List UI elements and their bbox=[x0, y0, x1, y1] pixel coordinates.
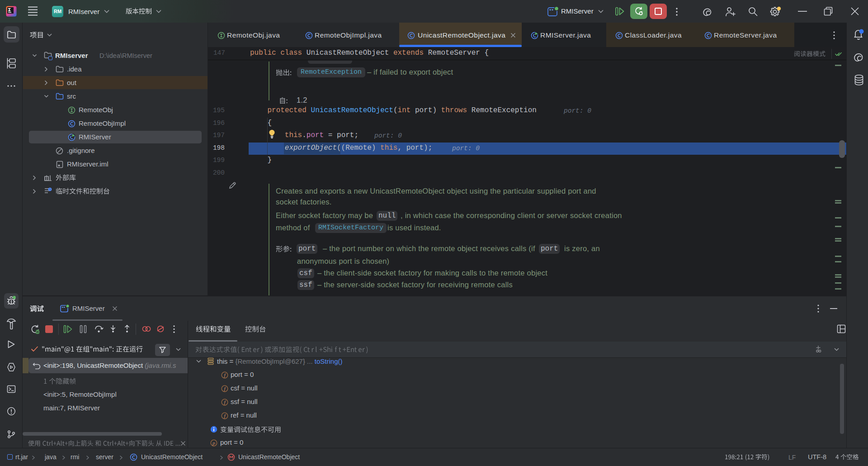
svg-text:f: f bbox=[224, 372, 226, 377]
svg-text:f: f bbox=[224, 413, 226, 418]
svg-text:p: p bbox=[212, 440, 215, 445]
svg-text:f: f bbox=[224, 385, 226, 391]
svg-text:f: f bbox=[224, 399, 226, 404]
